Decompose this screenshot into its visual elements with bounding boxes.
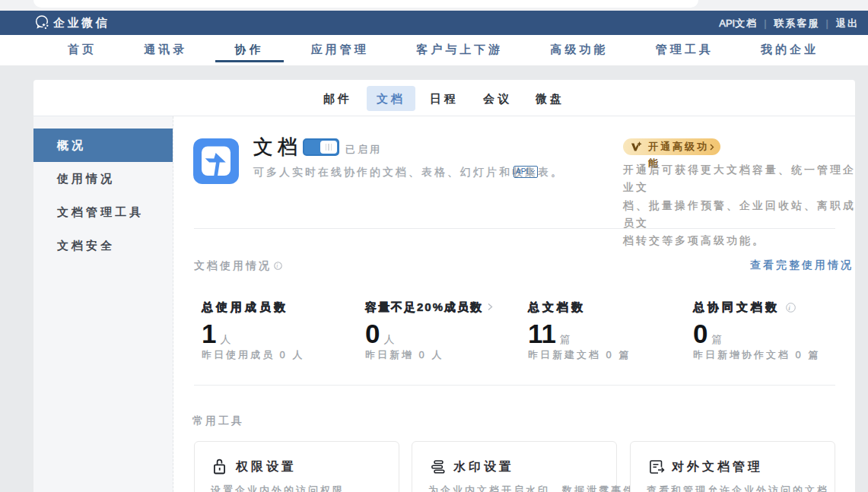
svg-text:i: i [276, 262, 280, 269]
svg-text:i: i [788, 304, 793, 312]
